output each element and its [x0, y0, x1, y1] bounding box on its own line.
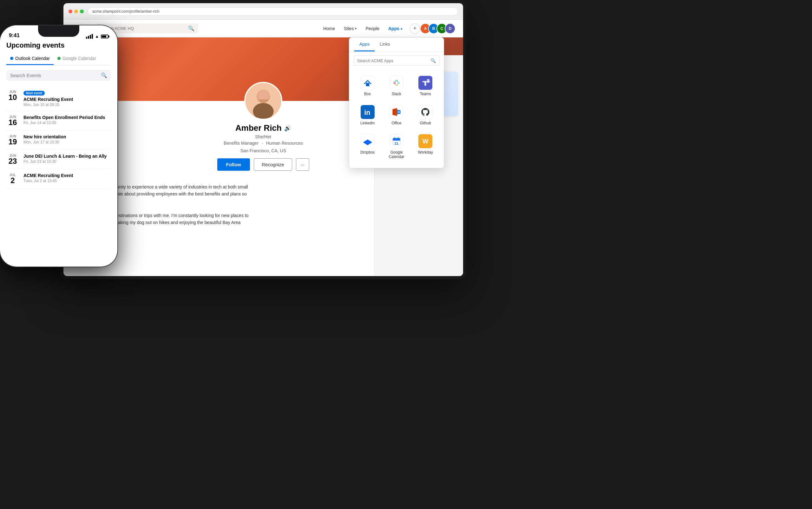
events-title: Upcoming events [6, 41, 111, 49]
signal-icon [86, 34, 93, 39]
app-slack[interactable]: Slack [383, 72, 410, 100]
minimize-dot[interactable] [74, 9, 78, 13]
profile-avatar-wrap [244, 82, 282, 120]
tab-outlook-calendar[interactable]: Outlook Calendar [6, 54, 54, 65]
app-gcal[interactable]: 31 Google Calendar [383, 130, 410, 163]
browser-dots [69, 9, 84, 13]
svg-rect-18 [396, 80, 397, 85]
app-workday[interactable]: W Workday [412, 130, 439, 163]
nav-sites[interactable]: Sites ▾ [340, 24, 360, 33]
svg-point-23 [428, 79, 429, 80]
event-details: ACME Recruiting Event Tues, Jul 2 at 13:… [24, 173, 111, 183]
gcal-icon: 31 [389, 134, 403, 148]
recognize-button[interactable]: Recognize [254, 158, 292, 171]
event-date: JUN 19 [6, 134, 19, 146]
event-item[interactable]: JUL 2 ACME Recruiting Event Tues, Jul 2 … [6, 169, 111, 189]
people-avatars-row: A B C D [423, 23, 456, 34]
linkedin-icon: in [361, 105, 375, 119]
maximize-dot[interactable] [80, 9, 84, 13]
svg-rect-11 [366, 83, 369, 86]
svg-point-2 [253, 103, 274, 120]
avatar-image [246, 82, 281, 120]
phone-status-icons: ▲ [86, 34, 108, 39]
app-box[interactable]: Box [354, 72, 381, 100]
event-details: Next event ACME Recruiting Event Mon, Ju… [24, 90, 111, 107]
chevron-up-icon: ▴ [400, 27, 402, 30]
follow-button[interactable]: Follow [217, 158, 250, 171]
github-icon [418, 105, 432, 119]
browser-content: ACME 🔍 Home Sites ▾ People Apps ▴ + A [64, 20, 463, 276]
svg-point-24 [427, 80, 430, 82]
event-details: New hire orientation Mon, Jun 17 at 10:3… [24, 134, 111, 144]
event-details: June DEI Lunch & Learn - Being an Ally F… [24, 154, 111, 164]
battery-icon [101, 35, 108, 38]
event-item[interactable]: JUN 19 New hire orientation Mon, Jun 17 … [6, 130, 111, 150]
app-linkedin[interactable]: in LinkedIn [354, 101, 381, 129]
phone-screen: 9:41 ▲ Upcoming events Outlook C [0, 25, 117, 267]
event-date: JUN 16 [6, 115, 19, 126]
calendar-tabs: Outlook Calendar Google Calendar [6, 54, 111, 65]
app-dropbox[interactable]: Dropbox [354, 130, 381, 163]
wifi-icon: ▲ [95, 34, 99, 39]
phone-device: 9:41 ▲ Upcoming events Outlook C [0, 25, 117, 267]
svg-text:W: W [423, 138, 428, 145]
tablet-device: acme.sharepoint.com/profile/amber-rich A… [60, 0, 466, 279]
dropbox-icon [361, 134, 375, 148]
app-office[interactable]: Office [383, 101, 410, 129]
search-icon: 🔍 [101, 72, 107, 78]
profile-avatar [244, 82, 282, 120]
nav-links: Home Sites ▾ People Apps ▴ + A B C D [319, 23, 456, 34]
event-list: JUN 10 Next event ACME Recruiting Event … [6, 86, 111, 189]
apps-grid: Box [349, 69, 444, 168]
phone-events-screen: Upcoming events Outlook Calendar Google … [0, 41, 117, 189]
sharepoint-nav: ACME 🔍 Home Sites ▾ People Apps ▴ + A [64, 20, 463, 37]
event-item[interactable]: JUN 16 Benefits Open Enrollment Period E… [6, 111, 111, 130]
close-dot[interactable] [69, 9, 72, 13]
workday-icon: W [418, 134, 432, 148]
google-dot [58, 57, 61, 60]
phone-notch [38, 25, 79, 37]
event-item[interactable]: JUN 23 June DEI Lunch & Learn - Being an… [6, 150, 111, 169]
office-icon [389, 105, 403, 119]
apps-search-bar[interactable]: 🔍 [354, 56, 439, 66]
search-icon: 🔍 [430, 58, 436, 63]
add-button[interactable]: + [410, 24, 420, 34]
nav-people[interactable]: People [362, 24, 383, 33]
event-details: Benefits Open Enrollment Period Ends Fri… [24, 115, 111, 125]
svg-text:in: in [364, 108, 370, 116]
events-search-input[interactable] [10, 73, 98, 78]
speaker-icon[interactable]: 🔊 [284, 125, 291, 132]
tablet-inner: acme.sharepoint.com/profile/amber-rich A… [64, 3, 463, 276]
event-date: JUN 10 [6, 90, 19, 101]
slack-icon [389, 76, 403, 90]
box-icon [361, 76, 375, 90]
browser-url-bar[interactable]: acme.sharepoint.com/profile/amber-rich [87, 7, 458, 15]
app-teams[interactable]: Teams [412, 72, 439, 100]
search-icon: 🔍 [188, 25, 195, 31]
event-date: JUN 23 [6, 154, 19, 165]
apps-search-input[interactable] [357, 58, 428, 63]
more-button[interactable]: ··· [296, 158, 310, 171]
event-date: JUL 2 [6, 173, 19, 184]
svg-text:31: 31 [394, 141, 399, 145]
global-search-input[interactable] [101, 26, 185, 31]
apps-dropdown: Apps Links 🔍 [349, 37, 444, 168]
teams-icon [418, 76, 432, 90]
outlook-dot [10, 57, 13, 60]
app-github[interactable]: Github [412, 101, 439, 129]
tab-google-calendar[interactable]: Google Calendar [54, 54, 100, 65]
svg-rect-33 [393, 138, 400, 141]
svg-rect-21 [425, 81, 426, 86]
svg-rect-28 [398, 111, 400, 113]
browser-chrome: acme.sharepoint.com/profile/amber-rich [64, 3, 463, 20]
event-item[interactable]: JUN 10 Next event ACME Recruiting Event … [6, 86, 111, 111]
nav-apps[interactable]: Apps ▴ [384, 24, 406, 33]
avatar-4: D [445, 23, 456, 34]
tab-apps[interactable]: Apps [354, 38, 375, 52]
phone-time: 9:41 [9, 32, 20, 39]
chevron-down-icon: ▾ [355, 27, 356, 30]
events-search-bar[interactable]: 🔍 [6, 70, 111, 81]
nav-home[interactable]: Home [319, 24, 339, 33]
tab-links[interactable]: Links [375, 38, 395, 52]
apps-dropdown-tabs: Apps Links [349, 38, 444, 52]
